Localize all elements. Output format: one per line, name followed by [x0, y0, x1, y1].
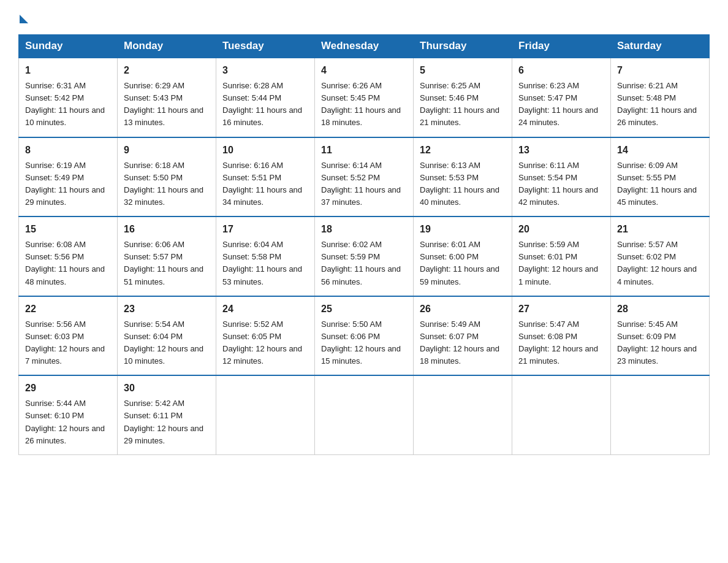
calendar-cell: 27Sunrise: 5:47 AMSunset: 6:08 PMDayligh… — [512, 296, 611, 376]
day-info: Sunrise: 5:45 AMSunset: 6:09 PMDaylight:… — [617, 318, 703, 368]
day-number: 26 — [420, 302, 506, 316]
calendar-cell: 22Sunrise: 5:56 AMSunset: 6:03 PMDayligh… — [19, 296, 118, 376]
day-number: 5 — [420, 63, 506, 78]
calendar-body: 1Sunrise: 6:31 AMSunset: 5:42 PMDaylight… — [19, 58, 710, 454]
day-info: Sunrise: 5:59 AMSunset: 6:01 PMDaylight:… — [518, 239, 604, 288]
calendar-cell: 13Sunrise: 6:11 AMSunset: 5:54 PMDayligh… — [512, 137, 611, 217]
day-info: Sunrise: 6:02 AMSunset: 5:59 PMDaylight:… — [321, 239, 407, 288]
calendar-cell — [315, 375, 414, 454]
day-info: Sunrise: 6:19 AMSunset: 5:49 PMDaylight:… — [25, 159, 111, 209]
weekday-header-wednesday: Wednesday — [315, 35, 414, 58]
day-number: 8 — [25, 143, 111, 158]
day-number: 24 — [222, 302, 308, 316]
calendar-cell: 30Sunrise: 5:42 AMSunset: 6:11 PMDayligh… — [118, 375, 216, 454]
calendar-cell — [216, 375, 315, 454]
day-number: 18 — [321, 222, 407, 237]
day-number: 20 — [518, 222, 604, 237]
calendar-cell: 25Sunrise: 5:50 AMSunset: 6:06 PMDayligh… — [315, 296, 414, 376]
calendar-cell: 7Sunrise: 6:21 AMSunset: 5:48 PMDaylight… — [611, 58, 710, 137]
calendar-week-row: 8Sunrise: 6:19 AMSunset: 5:49 PMDaylight… — [19, 137, 710, 217]
day-number: 7 — [617, 63, 703, 78]
weekday-header-sunday: Sunday — [19, 35, 118, 58]
calendar-table: SundayMondayTuesdayWednesdayThursdayFrid… — [18, 34, 710, 455]
calendar-cell: 9Sunrise: 6:18 AMSunset: 5:50 PMDaylight… — [118, 137, 216, 217]
calendar-cell — [512, 375, 611, 454]
page-header — [18, 12, 710, 23]
day-info: Sunrise: 5:52 AMSunset: 6:05 PMDaylight:… — [222, 318, 308, 368]
calendar-cell: 26Sunrise: 5:49 AMSunset: 6:07 PMDayligh… — [414, 296, 512, 376]
day-info: Sunrise: 6:31 AMSunset: 5:42 PMDaylight:… — [25, 80, 111, 129]
day-number: 27 — [518, 302, 604, 316]
day-info: Sunrise: 5:57 AMSunset: 6:02 PMDaylight:… — [617, 239, 703, 288]
day-number: 3 — [222, 63, 308, 78]
day-number: 29 — [25, 381, 111, 396]
calendar-cell: 11Sunrise: 6:14 AMSunset: 5:52 PMDayligh… — [315, 137, 414, 217]
day-info: Sunrise: 6:29 AMSunset: 5:43 PMDaylight:… — [124, 80, 210, 129]
calendar-cell: 15Sunrise: 6:08 AMSunset: 5:56 PMDayligh… — [19, 216, 118, 296]
day-number: 22 — [25, 302, 111, 316]
calendar-cell: 17Sunrise: 6:04 AMSunset: 5:58 PMDayligh… — [216, 216, 315, 296]
day-number: 17 — [222, 222, 308, 237]
calendar-cell: 18Sunrise: 6:02 AMSunset: 5:59 PMDayligh… — [315, 216, 414, 296]
day-number: 30 — [124, 381, 210, 396]
day-number: 21 — [617, 222, 703, 237]
day-number: 1 — [25, 63, 111, 78]
day-info: Sunrise: 5:50 AMSunset: 6:06 PMDaylight:… — [321, 318, 407, 368]
calendar-week-row: 22Sunrise: 5:56 AMSunset: 6:03 PMDayligh… — [19, 296, 710, 376]
day-info: Sunrise: 6:21 AMSunset: 5:48 PMDaylight:… — [617, 80, 703, 129]
calendar-cell: 24Sunrise: 5:52 AMSunset: 6:05 PMDayligh… — [216, 296, 315, 376]
calendar-cell: 5Sunrise: 6:25 AMSunset: 5:46 PMDaylight… — [414, 58, 512, 137]
calendar-cell: 28Sunrise: 5:45 AMSunset: 6:09 PMDayligh… — [611, 296, 710, 376]
day-info: Sunrise: 6:25 AMSunset: 5:46 PMDaylight:… — [420, 80, 506, 129]
day-info: Sunrise: 6:01 AMSunset: 6:00 PMDaylight:… — [420, 239, 506, 288]
calendar-cell: 8Sunrise: 6:19 AMSunset: 5:49 PMDaylight… — [19, 137, 118, 217]
day-info: Sunrise: 5:42 AMSunset: 6:11 PMDaylight:… — [124, 397, 210, 447]
day-info: Sunrise: 6:23 AMSunset: 5:47 PMDaylight:… — [518, 80, 604, 129]
day-info: Sunrise: 6:13 AMSunset: 5:53 PMDaylight:… — [420, 159, 506, 209]
logo — [18, 12, 28, 23]
calendar-cell: 16Sunrise: 6:06 AMSunset: 5:57 PMDayligh… — [118, 216, 216, 296]
day-number: 2 — [124, 63, 210, 78]
day-info: Sunrise: 6:26 AMSunset: 5:45 PMDaylight:… — [321, 80, 407, 129]
calendar-cell: 20Sunrise: 5:59 AMSunset: 6:01 PMDayligh… — [512, 216, 611, 296]
day-number: 14 — [617, 143, 703, 158]
calendar-cell: 14Sunrise: 6:09 AMSunset: 5:55 PMDayligh… — [611, 137, 710, 217]
day-info: Sunrise: 6:28 AMSunset: 5:44 PMDaylight:… — [222, 80, 308, 129]
calendar-cell: 12Sunrise: 6:13 AMSunset: 5:53 PMDayligh… — [414, 137, 512, 217]
day-number: 19 — [420, 222, 506, 237]
day-number: 9 — [124, 143, 210, 158]
day-number: 28 — [617, 302, 703, 316]
calendar-cell: 1Sunrise: 6:31 AMSunset: 5:42 PMDaylight… — [19, 58, 118, 137]
day-number: 16 — [124, 222, 210, 237]
day-info: Sunrise: 5:54 AMSunset: 6:04 PMDaylight:… — [124, 318, 210, 368]
calendar-cell: 3Sunrise: 6:28 AMSunset: 5:44 PMDaylight… — [216, 58, 315, 137]
day-info: Sunrise: 5:56 AMSunset: 6:03 PMDaylight:… — [25, 318, 111, 368]
day-info: Sunrise: 6:06 AMSunset: 5:57 PMDaylight:… — [124, 239, 210, 288]
calendar-cell: 6Sunrise: 6:23 AMSunset: 5:47 PMDaylight… — [512, 58, 611, 137]
day-info: Sunrise: 6:14 AMSunset: 5:52 PMDaylight:… — [321, 159, 407, 209]
day-info: Sunrise: 5:49 AMSunset: 6:07 PMDaylight:… — [420, 318, 506, 368]
calendar-cell — [414, 375, 512, 454]
calendar-cell: 19Sunrise: 6:01 AMSunset: 6:00 PMDayligh… — [414, 216, 512, 296]
day-info: Sunrise: 6:09 AMSunset: 5:55 PMDaylight:… — [617, 159, 703, 209]
weekday-header-tuesday: Tuesday — [216, 35, 315, 58]
calendar-week-row: 1Sunrise: 6:31 AMSunset: 5:42 PMDaylight… — [19, 58, 710, 137]
day-info: Sunrise: 6:18 AMSunset: 5:50 PMDaylight:… — [124, 159, 210, 209]
day-number: 15 — [25, 222, 111, 237]
logo-arrow-icon — [20, 15, 28, 23]
day-number: 11 — [321, 143, 407, 158]
day-number: 4 — [321, 63, 407, 78]
calendar-cell: 10Sunrise: 6:16 AMSunset: 5:51 PMDayligh… — [216, 137, 315, 217]
day-number: 10 — [222, 143, 308, 158]
calendar-cell: 21Sunrise: 5:57 AMSunset: 6:02 PMDayligh… — [611, 216, 710, 296]
calendar-week-row: 15Sunrise: 6:08 AMSunset: 5:56 PMDayligh… — [19, 216, 710, 296]
weekday-header-friday: Friday — [512, 35, 611, 58]
weekday-header-monday: Monday — [118, 35, 216, 58]
calendar-cell: 29Sunrise: 5:44 AMSunset: 6:10 PMDayligh… — [19, 375, 118, 454]
calendar-header: SundayMondayTuesdayWednesdayThursdayFrid… — [19, 35, 710, 58]
day-info: Sunrise: 6:11 AMSunset: 5:54 PMDaylight:… — [518, 159, 604, 209]
day-number: 13 — [518, 143, 604, 158]
weekday-header-saturday: Saturday — [611, 35, 710, 58]
weekday-header-thursday: Thursday — [414, 35, 512, 58]
day-info: Sunrise: 5:44 AMSunset: 6:10 PMDaylight:… — [25, 397, 111, 447]
